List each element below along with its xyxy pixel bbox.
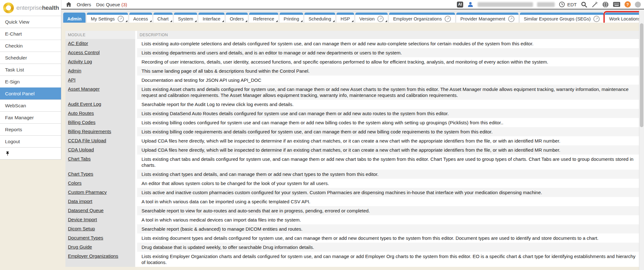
tab-version[interactable]: Version ↗ <box>355 13 388 23</box>
sidebar-item-task-list[interactable]: Task List <box>0 64 61 76</box>
tab-provider-management[interactable]: Provider Management ↗ <box>456 13 519 23</box>
redacted-role <box>537 2 555 7</box>
sidebar-item-e-sign[interactable]: E-Sign <box>0 76 61 87</box>
sidebar-item-e-chart[interactable]: E-Chart <box>0 28 61 40</box>
avatar[interactable] <box>635 2 641 8</box>
module-link-activity-log[interactable]: Activity Log <box>68 59 92 64</box>
table-row: Auto Routes Lists existing DataSend Auto… <box>65 109 639 118</box>
globe-icon[interactable] <box>602 1 609 8</box>
module-link-billing-requirements[interactable]: Billing Requirements <box>68 129 111 134</box>
breadcrumb-doc-queue[interactable]: Doc Queue (3) <box>96 2 127 7</box>
dropdown-caret-icon <box>170 20 172 22</box>
table-row: Admin This same landing page of all tabs… <box>65 66 639 76</box>
tab-label: HSP <box>341 16 350 21</box>
table-row: Access Control Lists existing department… <box>65 48 639 57</box>
sidebar-item-label: Checkin <box>5 43 23 49</box>
module-link-dicom-setup[interactable]: Dicom Setup <box>68 226 95 231</box>
sidebar-item-checkin[interactable]: Checkin <box>0 40 61 52</box>
open-new-window-icon[interactable]: ↗ <box>377 16 384 22</box>
table-row: Audit Event Log Searchable report for th… <box>65 100 639 109</box>
module-description: Lists existing DataSend Auto Routes deta… <box>136 109 639 118</box>
module-link-admin[interactable]: Admin <box>68 68 81 73</box>
module-description: Lists existing chart tabs and details co… <box>136 155 639 170</box>
module-description: Upload CDA files here directly, which wi… <box>136 136 639 145</box>
tab-interface[interactable]: Interface <box>198 13 224 23</box>
sidebar-item-reports[interactable]: Reports <box>0 123 61 135</box>
module-link-api[interactable]: API <box>68 77 75 82</box>
module-description: Lists existing auto-complete selections … <box>136 39 639 48</box>
module-link-auto-routes[interactable]: Auto Routes <box>68 110 94 116</box>
module-description: Lists active and inactive custom pharmac… <box>136 188 639 197</box>
tab-orders[interactable]: Orders <box>226 13 248 23</box>
tab-label: Admin <box>67 16 81 21</box>
sidebar-item-logout[interactable]: Logout <box>0 135 61 147</box>
tab-printing[interactable]: Printing <box>280 13 303 23</box>
tab-chart[interactable]: Chart <box>153 13 173 23</box>
tab-reference[interactable]: Reference <box>249 13 278 23</box>
module-link-ccda-file-upload[interactable]: CCDA File Upload <box>68 138 106 143</box>
module-link-colors[interactable]: Colors <box>68 180 81 186</box>
clock-icon[interactable] <box>559 1 565 8</box>
open-new-window-icon[interactable]: ↗ <box>445 16 451 22</box>
keyboard-icon[interactable] <box>613 2 620 7</box>
table-row: Device Import A tool in which various me… <box>65 215 639 224</box>
tab-label: Printing <box>284 16 299 21</box>
sidebar-item-webscan[interactable]: WebScan <box>0 99 61 111</box>
sidebar-item-label: E-Chart <box>5 31 22 37</box>
open-new-window-icon[interactable]: ↗ <box>593 16 600 22</box>
topbar-right-icons: AI EDT <box>457 1 641 8</box>
table-row: Dicom Setup Searchable report (basic & a… <box>65 224 639 233</box>
module-link-chart-types[interactable]: Chart Types <box>68 171 93 177</box>
module-link-drug-guide[interactable]: Drug Guide <box>68 244 92 250</box>
module-link-employer-organizations[interactable]: Employer Organizations <box>68 253 118 259</box>
module-link-audit-event-log[interactable]: Audit Event Log <box>68 101 101 107</box>
module-description: Lists existing Employer Organization cha… <box>136 252 639 267</box>
dropdown-caret-icon <box>125 20 127 22</box>
module-link-cda-upload[interactable]: CDA Upload <box>68 147 94 152</box>
wand-icon[interactable] <box>591 1 598 8</box>
tab-work-locations[interactable]: Work Locations ↗ <box>605 13 644 23</box>
module-link-document-types[interactable]: Document Types <box>68 235 103 240</box>
module-link-data-import[interactable]: Data import <box>68 199 92 204</box>
module-link-chart-tabs[interactable]: Chart Tabs <box>68 156 91 161</box>
ai-badge[interactable]: AI <box>457 2 464 8</box>
vertical-scrollbar[interactable] <box>639 9 644 270</box>
module-link-custom-pharmacy[interactable]: Custom Pharmacy <box>68 189 107 195</box>
open-new-window-icon[interactable]: ↗ <box>508 16 514 22</box>
tab-scheduling[interactable]: Scheduling <box>304 13 335 23</box>
module-link-access-control[interactable]: Access Control <box>68 50 100 55</box>
sidebar-item-control-panel[interactable]: Control Panel <box>0 87 61 99</box>
sidebar-item-label: Logout <box>5 139 20 144</box>
sidebar-item-scheduler[interactable]: Scheduler <box>0 52 61 64</box>
topbar: Orders Doc Queue (3) AI EDT <box>0 0 644 9</box>
sidebar-pin-button[interactable] <box>0 147 61 159</box>
tab-label: Similar Exposure Groups (SEGs) <box>524 16 591 21</box>
tab-admin[interactable]: Admin <box>63 13 86 23</box>
timezone-label: EDT <box>567 2 577 7</box>
tab-system[interactable]: System <box>174 13 197 23</box>
breadcrumb-orders[interactable]: Orders <box>77 2 91 7</box>
sidebar-item-fax-manager[interactable]: Fax Manager <box>0 111 61 123</box>
tab-similar-exposure-groups-segs[interactable]: Similar Exposure Groups (SEGs) ↗ <box>520 13 604 23</box>
user-icon[interactable] <box>467 1 474 8</box>
brand-logo[interactable]: enterprisehealth <box>0 0 61 16</box>
open-new-window-icon[interactable]: ↗ <box>118 16 124 22</box>
tab-hsp[interactable]: HSP <box>336 13 354 23</box>
table-row: Activity Log Recording of user interacti… <box>65 57 639 66</box>
search-icon[interactable] <box>581 1 587 8</box>
tab-my-settings[interactable]: My Settings ↗ <box>87 13 128 23</box>
module-link-asset-manager[interactable]: Asset Manager <box>68 86 100 92</box>
module-link-device-import[interactable]: Device Import <box>68 217 97 222</box>
module-link-billing-codes[interactable]: Billing Codes <box>68 120 96 125</box>
tab-employer-organizations[interactable]: Employer Organizations ↗ <box>389 13 455 23</box>
dropdown-caret-icon <box>301 20 303 22</box>
module-link-ac-editor[interactable]: AC Editor <box>68 41 88 46</box>
module-link-datasend-queue[interactable]: Datasend Queue <box>68 208 103 213</box>
table-row: AC Editor Lists existing auto-complete s… <box>65 39 639 48</box>
tab-access[interactable]: Access <box>129 13 152 23</box>
dropdown-caret-icon <box>222 20 224 22</box>
scrollbar-thumb[interactable] <box>640 23 643 127</box>
help-icon[interactable]: ? <box>625 1 631 8</box>
sidebar-item-quick-view[interactable]: Quick View <box>0 16 61 28</box>
home-icon[interactable] <box>66 2 72 7</box>
